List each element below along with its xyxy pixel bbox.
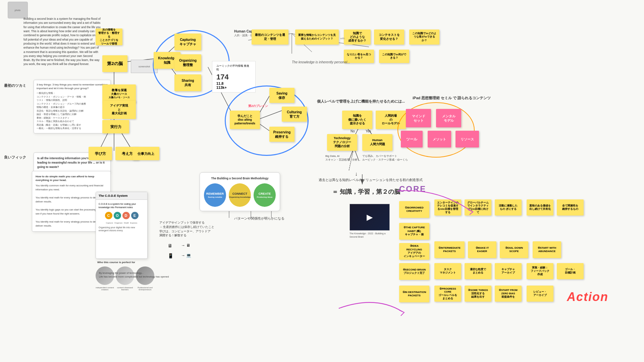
course-captions: independent content creators content obs… <box>96 287 154 291</box>
svg-text:Yes: Yes <box>366 129 371 133</box>
node-important-info: 重要な情報からコンテンツを見据えるためのインプット？ <box>295 29 339 45</box>
node-what-can: この知識で\n何ができる？ <box>379 50 409 63</box>
knowledge-personal-text: The knowledge is inherently personal... <box>292 60 350 64</box>
node-sharing: Sharing 共有 <box>174 74 201 91</box>
idea-input-text: アイデアやインプットで保存する → 生産的創作には保存し続けていたこと 学びは、… <box>159 221 214 238</box>
video-caption: The Knowledge - 2022 - Building a Second… <box>350 232 390 239</box>
equation-text: ＝ 知識，学習，第２の脳 <box>332 188 400 196</box>
core-start-with: ④START WITH ABUNDANCE <box>533 241 561 258</box>
node-human: Human 人間力問題 <box>362 134 392 151</box>
node-saving: Saving 保存 <box>269 88 294 103</box>
node-kyoyo: 教養を深遮 大量のソース 大量のメモ・ソース <box>102 84 136 103</box>
with-label: with <box>340 37 345 40</box>
sticky-r1-2: グローバルチームでインタラクティブな\n目標に向けて <box>465 199 491 216</box>
svg-text:No: No <box>351 129 355 133</box>
node-kono-chishiki: この知識で\nどのような客が\nできるか？ <box>409 29 439 45</box>
node-mindset: マインド セット <box>406 109 431 127</box>
profile-thumbnail: photo <box>8 2 28 18</box>
leveraging-text: By leveraging the power of technology...… <box>99 272 169 279</box>
node-mental-model: メンタル モデル <box>436 109 461 127</box>
sticky-b4: 実装・経験：フィードバック作成 <box>527 263 553 279</box>
core-intermediate: ①INTERMEDIATE PACKETS <box>434 241 465 258</box>
node-capturing: Capturing キャプチャ <box>174 34 201 50</box>
core-idea: ③IDEA RECYCLING アイデアの インキュベーター <box>399 243 429 260</box>
ipad-annotation: iPad 思想整理術 セミル で 語られるコンテンツ <box>413 96 491 101</box>
left-label-feedback: 良いフィック <box>4 155 26 160</box>
action-text: Action <box>567 290 608 304</box>
node-jikko: 実行力 <box>102 120 129 133</box>
node-organizing: Organizing 整理整 <box>174 54 201 71</box>
core-second-brain: ④SECOND BRAIN プロジェクト完了 <box>399 263 429 280</box>
core-capture: ②THE CAPTURE HABIT (略) キャプチャ・個 <box>399 223 429 240</box>
sticky-final-4: ④START FROMZERO BIAS前提条件を <box>495 286 522 302</box>
node-preserving: Preserving 維持する <box>269 127 294 142</box>
down-arrow: ↓ <box>355 171 358 177</box>
stats-box: ユーミックの平均情報 推進性 174 11.8 113k+ <box>212 61 256 93</box>
personal-km-title: 個人レベルで管理を上げに機能を持たせるためには... <box>317 99 405 104</box>
sticky-b2: 適切な粒度でまとめる <box>465 263 491 279</box>
sticky-final-1: ①IN DESTINATION PACKETS <box>399 286 429 302</box>
node-context: コンテキストを 変化させる？ <box>374 29 404 45</box>
intro-text-block: Building a second brain is a system for … <box>23 17 101 66</box>
code-system-card: The C.O.D.E System C.O.D.E is a system f… <box>96 192 148 259</box>
core-borrowed: ①BORROWED CREATIVITY <box>399 201 429 218</box>
remember-circle: REMEMBER Saving notable <box>204 183 226 207</box>
node-manabikata: 学び方 <box>89 147 112 160</box>
node-content-select: 最初のコンテンツを選定・管理 <box>252 29 288 45</box>
sticky-r1-3: 活動に連動したもの ぎにする <box>495 199 522 216</box>
sticky-r1-4: 意味のある価値を出し続けて共有化 <box>527 199 553 216</box>
central-node-second-brain: 第2の脳 <box>102 55 127 72</box>
node-shigoto: 仕事力向上 <box>132 147 159 160</box>
pattern-text: パターンや関係性が明らかになる <box>234 216 284 221</box>
video-thumbnail: ▶ <box>350 204 390 231</box>
node-culturing: Culturing 育て方 <box>282 107 307 122</box>
create-circle: CREATE Producing ideas <box>254 183 276 207</box>
core-make-easier: ②MAKE IT EASIER <box>468 241 496 258</box>
main-canvas: No Yes photo Taylor Free Building a seco… <box>0 0 644 362</box>
sticky-b5: ゴール・目標計画 <box>557 263 584 279</box>
left-label-tsukame: 最初のツカミ <box>4 83 26 88</box>
arrow-right-1: → 🖥 <box>181 243 190 248</box>
node-idea-jitsugen: アイデア実現 と 最大化計画 <box>102 101 136 119</box>
methodology-card: The Building a Second Brain Methodology … <box>200 172 280 211</box>
sticky-r1-1: エンターテインのテレコミを促進する\n\n目標を管理する <box>434 199 461 216</box>
node-chishiki-branch: 知識を 個に適いたく 提示させる <box>342 111 372 129</box>
left-note-card-1: 3 key things: 3 key things you need to r… <box>34 80 111 133</box>
progression-text: 過去とは異なる知的レベルのソリューションを持たせる初の創造形式 <box>319 178 423 182</box>
node-knowledge-right: 知識で どのような 成長するか？ <box>344 29 371 45</box>
sticky-b1: タスクマネジメント <box>434 263 461 279</box>
node-tool: ツール <box>401 131 423 147</box>
second-brain-annotation: 第2のブレイン <box>248 104 268 108</box>
sticky-final-3: ③SOME THINGS活性化する結果を出す <box>465 286 491 302</box>
sticky-final-2: ②PROGRESS COREゴールレベルをまとめる <box>434 286 461 302</box>
sticky-b3: キャプチャアーカイブ <box>495 263 522 279</box>
core-dial-down: ③DIAL DOWN SCOPE <box>500 241 528 258</box>
node-method: メソット <box>428 131 451 147</box>
human-tech-text: でも弱み、カバーをサポート ルービック・ステージ形成・ゆーくら <box>362 154 408 162</box>
arrow-right-2: → 💻 <box>181 253 191 258</box>
node-technology: Technology テクノロジー 問題の分析 <box>327 134 357 151</box>
sticky-r1-5: 全て関連性を維持するもの <box>557 199 584 216</box>
profile-area: photo Taylor Free <box>10 2 25 6</box>
node-resource: リソース <box>455 131 479 147</box>
bigdata-text: Big Data, AI スキャン・言語処理、分析 ... <box>325 154 361 162</box>
computer-icon: 🖥 <box>168 243 172 248</box>
screen-icon: 📱 <box>168 253 173 258</box>
connect-circle: CONNECT Organizing knowledge <box>229 183 251 207</box>
node-mananda: 学んだこと disc alting patterns/trends <box>230 111 260 129</box>
sticky-final-5: レビュー・アーカイブ <box>527 286 553 302</box>
who-course-label: Who this course is perfect for <box>97 261 135 264</box>
core-label: CORE <box>399 184 426 194</box>
node-info-kanri: 次の情報を 管理する・整理する ことカテゴリを ツールで管理 <box>96 28 122 45</box>
